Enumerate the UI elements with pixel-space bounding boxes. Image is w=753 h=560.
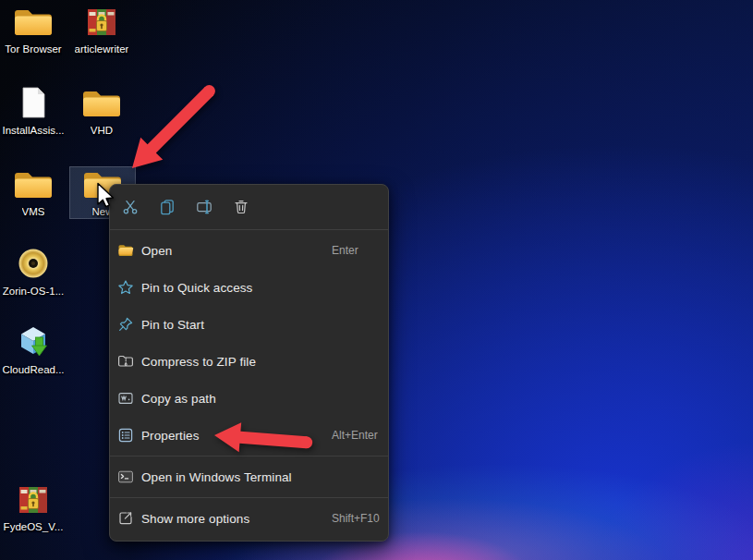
desktop-icon-label: Zorin-OS-1... bbox=[3, 286, 64, 298]
menu-item-label: Pin to Quick access bbox=[141, 281, 252, 295]
menu-item-shortcut: Shift+F10 bbox=[332, 512, 380, 525]
open-folder-icon bbox=[117, 242, 134, 259]
menu-item-pin-to-start[interactable]: Pin to Start bbox=[110, 306, 388, 343]
menu-item-open[interactable]: Open Enter bbox=[110, 232, 388, 269]
desktop-icon-label: Tor Browser bbox=[5, 43, 61, 55]
folder-icon bbox=[13, 6, 54, 39]
properties-icon bbox=[117, 427, 134, 444]
winrar-archive-icon bbox=[81, 6, 122, 39]
menu-item-label: Pin to Start bbox=[141, 318, 204, 332]
rename-icon bbox=[196, 199, 213, 218]
zip-folder-icon bbox=[117, 353, 134, 370]
copy-path-icon bbox=[117, 390, 134, 407]
desktop-icon-zorin-os[interactable]: Zorin-OS-1... bbox=[0, 248, 67, 298]
menu-item-properties[interactable]: Properties Alt+Enter bbox=[110, 417, 388, 454]
show-more-options-icon bbox=[117, 510, 134, 527]
menu-separator bbox=[110, 456, 388, 457]
copy-icon bbox=[159, 199, 176, 218]
menu-separator bbox=[110, 229, 388, 230]
menu-item-show-more-options[interactable]: Show more options Shift+F10 bbox=[110, 500, 388, 537]
cut-button[interactable] bbox=[115, 193, 146, 223]
terminal-icon bbox=[117, 469, 134, 485]
desktop-icon-label: InstallAssis... bbox=[2, 125, 64, 137]
desktop-icon-articlewriter[interactable]: articlewriter bbox=[68, 6, 135, 55]
rename-button[interactable] bbox=[188, 193, 220, 223]
menu-item-compress-to-zip[interactable]: Compress to ZIP file bbox=[110, 343, 388, 380]
context-menu-toolbar bbox=[110, 189, 388, 227]
desktop-icon-tor-browser[interactable]: Tor Browser bbox=[0, 6, 67, 55]
desktop-icon-installassist[interactable]: InstallAssis... bbox=[0, 87, 67, 137]
folder-icon bbox=[81, 87, 122, 120]
folder-icon bbox=[13, 168, 54, 201]
document-icon bbox=[13, 87, 54, 120]
menu-item-label: Properties bbox=[141, 429, 200, 443]
menu-item-shortcut: Alt+Enter bbox=[332, 429, 378, 442]
menu-item-label: Show more options bbox=[141, 512, 249, 526]
context-menu: Open Enter Pin to Quick access Pin to St… bbox=[109, 184, 389, 542]
menu-item-shortcut: Enter bbox=[332, 244, 358, 257]
desktop-icon-label: VMS bbox=[22, 206, 45, 218]
desktop-icon-vms[interactable]: VMS bbox=[0, 168, 67, 218]
installer-cube-icon bbox=[13, 326, 54, 359]
pin-icon bbox=[117, 316, 134, 333]
cut-icon bbox=[122, 199, 139, 218]
desktop-icon-label: CloudRead... bbox=[2, 364, 64, 376]
desktop-icon-fydeos[interactable]: FydeOS_V... bbox=[0, 483, 67, 533]
menu-item-pin-to-quick-access[interactable]: Pin to Quick access bbox=[110, 269, 388, 306]
menu-item-open-in-windows-terminal[interactable]: Open in Windows Terminal bbox=[110, 458, 388, 495]
desktop-icon-label: FydeOS_V... bbox=[4, 521, 64, 533]
menu-item-label: Open in Windows Terminal bbox=[141, 470, 292, 484]
desktop-icon-label: VHD bbox=[91, 125, 113, 137]
copy-button[interactable] bbox=[152, 193, 183, 223]
menu-item-label: Copy as path bbox=[141, 392, 216, 406]
menu-separator bbox=[110, 497, 388, 498]
menu-item-label: Compress to ZIP file bbox=[141, 355, 256, 369]
menu-item-label: Open bbox=[141, 244, 172, 258]
star-icon bbox=[117, 279, 134, 296]
disc-image-icon bbox=[13, 248, 54, 281]
delete-button[interactable] bbox=[225, 193, 257, 223]
desktop-icon-cloudready[interactable]: CloudRead... bbox=[0, 326, 67, 376]
winrar-archive-icon bbox=[13, 483, 54, 517]
delete-icon bbox=[233, 199, 249, 218]
desktop-icon-vhd[interactable]: VHD bbox=[68, 87, 135, 137]
desktop-icon-label: articlewriter bbox=[75, 43, 129, 55]
menu-item-copy-as-path[interactable]: Copy as path bbox=[110, 380, 388, 417]
desktop[interactable]: Tor Browser articlewriter InstallAssis..… bbox=[0, 0, 753, 560]
